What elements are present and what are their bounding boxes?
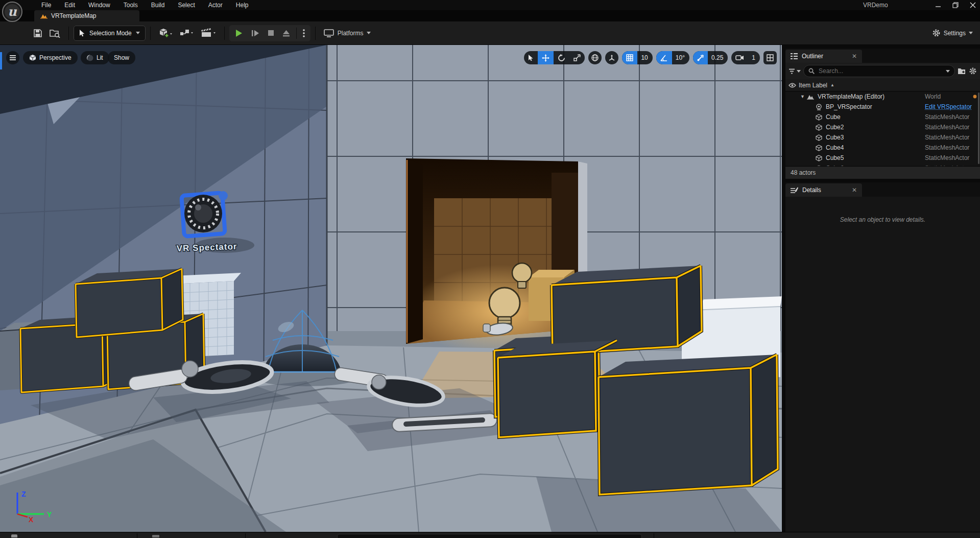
- eject-icon: [282, 30, 290, 37]
- row-label: Cube4: [826, 144, 844, 151]
- hamburger-icon: [10, 55, 16, 60]
- grid-snap-toggle[interactable]: [622, 51, 637, 64]
- browse-content-button[interactable]: [46, 25, 64, 41]
- expander-icon[interactable]: ▼: [800, 94, 805, 99]
- output-log-icon[interactable]: [152, 535, 159, 537]
- console-input[interactable]: [337, 534, 642, 538]
- axis-y-label: Y: [47, 510, 52, 519]
- unreal-logo-icon[interactable]: u: [2, 1, 23, 22]
- tree-row-cube2[interactable]: Cube2 StaticMeshActor: [785, 122, 980, 132]
- scale-tool-button[interactable]: [569, 51, 585, 64]
- outliner-search[interactable]: [803, 65, 955, 77]
- details-empty-message: Select an object to view details.: [785, 216, 980, 223]
- tree-row-cube[interactable]: Cube StaticMeshActor: [785, 112, 980, 122]
- eject-button[interactable]: [279, 25, 294, 41]
- cube-actor[interactable]: [552, 266, 702, 354]
- chevron-down-icon: [136, 32, 140, 34]
- select-tool-button[interactable]: [524, 51, 538, 64]
- move-tool-button[interactable]: [538, 51, 554, 64]
- gear-icon: [969, 67, 977, 75]
- play-options-button[interactable]: [299, 25, 308, 41]
- outliner-settings-button[interactable]: [969, 67, 977, 75]
- tree-row-cube5[interactable]: Cube5 StaticMeshActor: [785, 153, 980, 163]
- cinematics-button[interactable]: [197, 25, 220, 41]
- stop-button[interactable]: [264, 25, 278, 41]
- tree-row-vrtemplatemap[interactable]: ▼ VRTemplateMap (Editor) World: [785, 91, 980, 102]
- menu-file[interactable]: File: [35, 1, 58, 10]
- sort-ascending-icon: ▲: [830, 83, 834, 87]
- select-arrow-icon: [528, 55, 534, 61]
- play-button[interactable]: [231, 25, 247, 41]
- settings-dropdown[interactable]: Settings: [932, 29, 973, 37]
- create-folder-button[interactable]: [958, 67, 966, 75]
- selection-mode-dropdown[interactable]: Selection Mode: [74, 26, 146, 41]
- play-icon: [235, 29, 243, 37]
- viewport-options-button[interactable]: [6, 51, 19, 64]
- asset-tab-label: VRTemplateMap: [51, 12, 97, 19]
- settings-label: Settings: [944, 30, 966, 37]
- chevron-down-icon: [946, 70, 950, 73]
- world-local-toggle[interactable]: [588, 51, 602, 64]
- rotate-tool-button[interactable]: [554, 51, 569, 64]
- cube-actor[interactable]: [599, 355, 778, 495]
- scale-snap-value[interactable]: 0.25: [708, 54, 728, 61]
- scale-snap-icon: [697, 55, 704, 61]
- menu-window[interactable]: Window: [82, 1, 117, 10]
- item-label-column-header[interactable]: Item Label: [799, 82, 827, 89]
- outliner-scrollbar[interactable]: [978, 92, 979, 164]
- restore-button[interactable]: [952, 2, 959, 8]
- close-icon[interactable]: ✕: [852, 186, 857, 194]
- world-icon: [807, 94, 814, 100]
- angle-icon: [660, 55, 668, 61]
- tab-vrtemplatemap[interactable]: VRTemplateMap: [34, 10, 139, 21]
- show-dropdown[interactable]: Show: [108, 51, 135, 64]
- viewport-layout-button[interactable]: [763, 51, 777, 64]
- content-drawer-icon[interactable]: [11, 534, 17, 537]
- menu-actor[interactable]: Actor: [202, 1, 229, 10]
- tab-details[interactable]: Details ✕: [785, 183, 862, 197]
- menu-select[interactable]: Select: [171, 1, 201, 10]
- blueprint-icon: [179, 28, 194, 38]
- add-cube-icon: [159, 28, 172, 39]
- platforms-dropdown[interactable]: Platforms: [320, 25, 375, 41]
- transform-tool-group: [524, 51, 585, 64]
- blueprints-button[interactable]: [176, 25, 197, 41]
- tree-row-cube4[interactable]: Cube4 StaticMeshActor: [785, 143, 980, 153]
- minimize-button[interactable]: [936, 3, 941, 8]
- menu-tools[interactable]: Tools: [117, 1, 145, 10]
- selection-mode-label: Selection Mode: [89, 30, 132, 37]
- camera-speed-button[interactable]: [731, 51, 748, 64]
- menu-edit[interactable]: Edit: [58, 1, 82, 10]
- lit-dropdown[interactable]: Lit: [81, 51, 109, 64]
- details-tabbar: Details ✕: [785, 182, 980, 197]
- perspective-dropdown[interactable]: Perspective: [23, 51, 78, 64]
- close-button[interactable]: [970, 2, 976, 8]
- close-icon[interactable]: ✕: [852, 53, 857, 60]
- rotation-snap-value[interactable]: 10°: [672, 54, 689, 61]
- outliner-tree: ▼ VRTemplateMap (Editor) World: [785, 91, 980, 166]
- add-actor-button[interactable]: [155, 25, 176, 41]
- cube-actor[interactable]: [76, 269, 183, 337]
- camera-speed-value[interactable]: 1: [748, 54, 760, 61]
- row-label: VRTemplateMap (Editor): [818, 93, 885, 100]
- menu-build[interactable]: Build: [145, 1, 172, 10]
- edit-vrspectator-link[interactable]: Edit VRSpectator: [925, 103, 974, 110]
- save-icon: [33, 29, 42, 38]
- level-viewport[interactable]: VR Spectator Z Y X: [0, 45, 782, 532]
- scale-snap-toggle[interactable]: [693, 51, 708, 64]
- tree-row-cube6-partial[interactable]: Cube6 StaticMeshActor: [785, 163, 980, 166]
- surface-snapping-button[interactable]: [605, 51, 618, 64]
- menu-help[interactable]: Help: [229, 1, 255, 10]
- save-button[interactable]: [30, 25, 46, 41]
- rotation-snap-toggle[interactable]: [656, 51, 672, 64]
- search-input[interactable]: [818, 67, 943, 75]
- details-body: Select an object to view details.: [785, 197, 980, 534]
- tree-row-cube3[interactable]: Cube3 StaticMeshActor: [785, 132, 980, 143]
- tab-outliner[interactable]: Outliner ✕: [785, 50, 862, 63]
- grid-snap-value[interactable]: 10: [637, 54, 652, 61]
- frame-skip-button[interactable]: [248, 25, 263, 41]
- viewport-scene[interactable]: VR Spectator Z Y X: [0, 45, 782, 532]
- outliner-filter-button[interactable]: [788, 68, 801, 74]
- tree-row-bp-vrspectator[interactable]: BP_VRSpectator Edit VRSpectator: [785, 102, 980, 112]
- visibility-column-header[interactable]: [785, 83, 799, 88]
